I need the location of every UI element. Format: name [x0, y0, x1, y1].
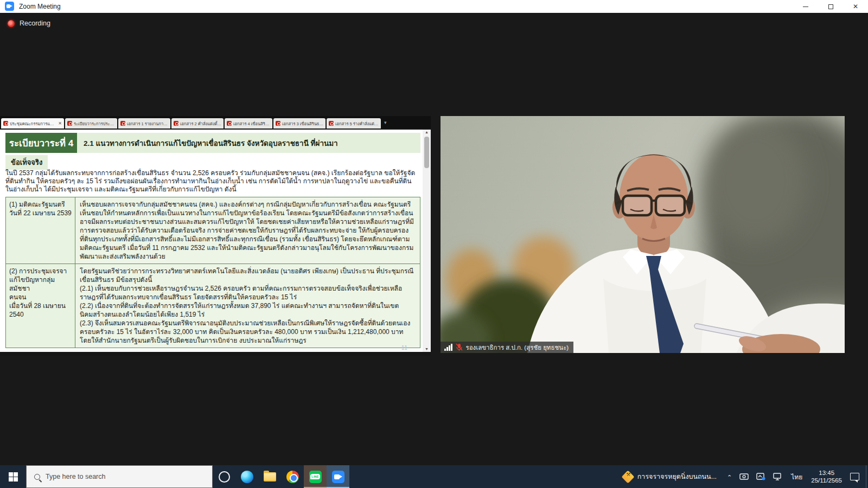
- mic-muted-icon: [456, 343, 463, 351]
- taskbar-chrome-button[interactable]: [281, 465, 304, 488]
- browser-tab-5[interactable]: เอกสาร 4 เขื่อนสิรินธร ครั้งที่ 2: [225, 118, 272, 129]
- tray-expand-button[interactable]: ⌃: [723, 465, 736, 488]
- page-number: 11: [401, 344, 407, 351]
- connection-signal-icon: [444, 344, 452, 351]
- pdf-icon: [120, 121, 125, 126]
- windows-logo-icon: [9, 472, 18, 481]
- pdf-icon: [227, 121, 232, 126]
- news-headline: การจราจรหยุดนิ่งบนถนน...: [637, 471, 717, 482]
- browser-tab-4[interactable]: เอกสาร 2 คำสั่งแต่งตั้งคณะ ประชุม...: [171, 118, 224, 129]
- action-center-button[interactable]: [846, 465, 863, 488]
- news-widget[interactable]: การจราจรหยุดนิ่งบนถนน...: [617, 471, 723, 482]
- search-icon: [34, 474, 40, 480]
- shared-screen: ประชุมคณะกรรมการแก้ไขปัญหา เขื่อ... ✕ ระ…: [0, 116, 431, 356]
- cortana-icon: [219, 471, 230, 483]
- table-row: (1) มติคณะรัฐมนตรี วันที่ 22 เมษายน 2539…: [6, 197, 420, 264]
- browser-tab-6[interactable]: เอกสาร 3 เขื่อนสิรินธร ส่ง จำนวน ...: [273, 118, 326, 129]
- file-explorer-icon: [264, 472, 276, 481]
- minimize-icon: [803, 7, 808, 7]
- screen-share-icon: [739, 473, 749, 480]
- tray-app-button[interactable]: [752, 465, 769, 488]
- pdf-icon: [67, 121, 72, 126]
- zoom-app-icon: [5, 2, 14, 11]
- clock-date: 25/11/2565: [811, 477, 842, 484]
- taskbar-edge-button[interactable]: [235, 465, 258, 488]
- document-page: ระเบียบวาระที่ 4 2.1 แนวทางการดำเนินการแ…: [0, 130, 423, 352]
- pdf-icon: [174, 121, 178, 126]
- taskbar-zoom-button[interactable]: [327, 465, 349, 488]
- agenda-number-box: ระเบียบวาระที่ 4: [5, 133, 77, 153]
- tab-close-icon[interactable]: ✕: [58, 121, 62, 126]
- maximize-icon: [828, 4, 833, 9]
- browser-tab-bar: ประชุมคณะกรรมการแก้ไขปัญหา เขื่อ... ✕ ระ…: [0, 116, 431, 129]
- document-scrollbar[interactable]: ▲ ▼: [423, 130, 431, 352]
- scroll-up-icon[interactable]: ▲: [425, 130, 429, 135]
- window-title: Zoom Meeting: [19, 3, 61, 10]
- recording-indicator[interactable]: Recording: [8, 20, 50, 27]
- show-desktop-button[interactable]: [866, 465, 868, 488]
- minimize-button[interactable]: [793, 0, 818, 13]
- scrollbar-thumb[interactable]: [424, 137, 429, 168]
- window-update-icon: [756, 473, 765, 480]
- pdf-icon: [329, 121, 334, 126]
- agenda-title: 2.1 แนวทางการดำเนินการแก้ไขปัญหาเขื่อนสิ…: [77, 133, 420, 153]
- clock-time: 13:45: [811, 469, 842, 477]
- tray-network-button[interactable]: [769, 465, 787, 488]
- recording-label: Recording: [20, 20, 50, 27]
- browser-tab-3[interactable]: เอกสาร 1 รายงานการประชุม ครั้ง 2 ...: [118, 118, 170, 129]
- pdf-icon: [276, 121, 280, 126]
- taskbar-cortana-button[interactable]: [213, 465, 235, 488]
- start-button[interactable]: [0, 465, 26, 488]
- scroll-down-icon[interactable]: ▼: [425, 346, 429, 352]
- line-icon: LINE: [309, 471, 322, 483]
- browser-tab-7[interactable]: เอกสาร 5 ร่างคำสั่งแต่งตั้งอนุกรรมการ...: [327, 118, 381, 129]
- zoom-icon: [332, 471, 344, 483]
- browser-tab-2[interactable]: ระเบียบวาระการประชุมคณะกรรมการแก้...: [65, 118, 117, 129]
- window-titlebar: Zoom Meeting ✕: [0, 0, 868, 13]
- row-label: (2) การประชุมเจรจา แก้ไขปัญหากลุ่มสมัชชา…: [6, 264, 75, 348]
- taskbar-clock[interactable]: 13:45 25/11/2565: [807, 469, 846, 484]
- taskbar-explorer-button[interactable]: [258, 465, 281, 488]
- taskbar-line-button[interactable]: LINE: [304, 465, 327, 488]
- tray-screenshare-button[interactable]: [736, 465, 752, 488]
- participant-illustration: [441, 116, 845, 353]
- monitor-icon: [773, 473, 783, 480]
- close-icon: ✕: [853, 3, 858, 10]
- browser-tab-1[interactable]: ประชุมคณะกรรมการแก้ไขปัญหา เขื่อ... ✕: [1, 118, 64, 129]
- row-label: (1) มติคณะรัฐมนตรี วันที่ 22 เมษายน 2539: [6, 197, 75, 264]
- participant-video[interactable]: รองเลขาธิการ ส.ป.ก. (สุรชัย ยุทธชนะ): [441, 116, 845, 353]
- language-indicator[interactable]: ไทย: [787, 472, 807, 482]
- row-content: เห็นชอบผลการเจรจากับกลุ่มสมัชชาคนจน (สคจ…: [75, 197, 420, 264]
- traffic-warning-icon: [621, 470, 634, 483]
- row-content: โดยรัฐมนตรีช่วยว่าการกระทรวงวิทยาศาสตร์เ…: [75, 264, 420, 348]
- meeting-stage: Recording ประชุมคณะกรรมการแก้ไขปัญหา เขื…: [0, 14, 868, 465]
- close-button[interactable]: ✕: [843, 0, 868, 13]
- search-placeholder: Type here to search: [46, 473, 105, 480]
- chevron-up-icon: ⌃: [727, 474, 732, 481]
- participant-name-overlay: รองเลขาธิการ ส.ป.ก. (สุรชัย ยุทธชนะ): [441, 342, 573, 353]
- tab-overflow-icon[interactable]: ▾: [384, 120, 387, 125]
- taskbar: Type here to search LINE การจราจรหยุดนิ่…: [0, 465, 868, 488]
- intro-paragraph: ในปี 2537 กลุ่มได้รับผลกระทบจากการก่อสร้…: [5, 169, 419, 194]
- table-row: (2) การประชุมเจรจา แก้ไขปัญหากลุ่มสมัชชา…: [6, 264, 420, 348]
- notification-icon: [850, 473, 859, 480]
- taskbar-search[interactable]: Type here to search: [26, 465, 213, 488]
- participant-name: รองเลขาธิการ ส.ป.ก. (สุรชัย ยุทธชนะ): [466, 343, 569, 352]
- pdf-icon: [3, 121, 8, 126]
- section-badge: ข้อเท็จจริง: [5, 155, 48, 170]
- chrome-icon: [286, 471, 299, 483]
- edge-icon: [241, 471, 253, 483]
- resolution-table: (1) มติคณะรัฐมนตรี วันที่ 22 เมษายน 2539…: [5, 197, 420, 348]
- maximize-button[interactable]: [818, 0, 843, 13]
- recording-dot-icon: [8, 20, 15, 27]
